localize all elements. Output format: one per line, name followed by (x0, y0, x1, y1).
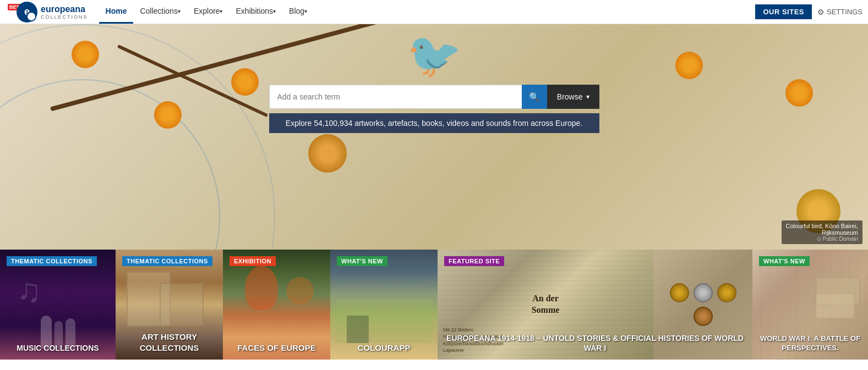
hero-section: 🐦 🔍 Browse ▾ Explore 54,100,934 artworks… (0, 24, 868, 250)
tile-colourapp[interactable]: WHAT'S NEW COLOURAPP (330, 250, 438, 360)
tile-ww1-perspectives[interactable]: WHAT'S NEW WORLD WAR I: A BATTLE OF PERS… (752, 250, 868, 360)
gear-icon (817, 8, 825, 16)
bird-icon: 🐦 (407, 30, 462, 81)
search-button[interactable]: 🔍 (522, 85, 547, 109)
tile-title-faces: FACES OF EUROPE (230, 343, 324, 354)
tile-title-colour: COLOURAPP (337, 343, 431, 354)
tile-badge-art: THEMATIC COLLECTIONS (122, 256, 212, 266)
tile-overlay-world: WHAT'S NEW WORLD WAR I: A BATTLE OF PERS… (752, 250, 868, 360)
browse-button[interactable]: Browse ▾ (547, 85, 599, 109)
navbar: BETA e europeana collections Home Collec… (0, 0, 868, 24)
hero-caption: Colourful bird, Kōno Bairei, Rijksmuseum… (782, 220, 862, 244)
tile-overlay-music: THEMATIC COLLECTIONS MUSIC COLLECTIONS (0, 250, 116, 360)
logo-icon: e (17, 2, 37, 23)
brand: BETA e europeana collections (6, 2, 88, 23)
tile-title-music: MUSIC COLLECTIONS (7, 343, 109, 353)
tile-overlay-ww1: FEATURED SITE EUROPEANA 1914-1918 – UNTO… (438, 250, 752, 360)
flower-decoration-6 (785, 79, 813, 107)
tile-overlay-colour: WHAT'S NEW COLOURAPP (330, 250, 438, 360)
tile-music-collections[interactable]: ♫ THEMATIC COLLECTIONS MUSIC COLLECTIONS (0, 250, 116, 360)
nav-exhibitions[interactable]: Exhibitions (229, 0, 282, 24)
nav-explore[interactable]: Explore (187, 0, 229, 24)
flower-decoration-1 (72, 41, 99, 68)
flower-decoration-5 (675, 52, 703, 79)
search-row: 🔍 Browse ▾ (269, 85, 599, 109)
tile-art-history[interactable]: THEMATIC COLLECTIONS ART HISTORY COLLECT… (116, 250, 223, 360)
nav-blog[interactable]: Blog (282, 0, 314, 24)
tile-ww1[interactable]: An derSomme Mit 22 BildernHerausgegeben … (438, 250, 752, 360)
tiles-section: ♫ THEMATIC COLLECTIONS MUSIC COLLECTIONS… (0, 250, 868, 360)
search-container: 🔍 Browse ▾ Explore 54,100,934 artworks, … (269, 85, 599, 133)
settings-button[interactable]: SETTINGS (817, 8, 862, 16)
tile-badge-world: WHAT'S NEW (759, 256, 810, 266)
tile-badge-faces: EXHIBITION (230, 256, 276, 266)
navbar-right: OUR SITES SETTINGS (755, 4, 862, 19)
tile-overlay-art: THEMATIC COLLECTIONS ART HISTORY COLLECT… (116, 250, 223, 360)
nav-collections[interactable]: Collections (133, 0, 187, 24)
browse-arrow-icon: ▾ (586, 93, 589, 101)
tile-badge-music: THEMATIC COLLECTIONS (7, 256, 97, 266)
flower-decoration-4 (308, 134, 347, 173)
tile-title-ww1: EUROPEANA 1914-1918 – UNTOLD STORIES & O… (444, 333, 746, 353)
tile-title-art: ART HISTORY COLLECTIONS (122, 332, 216, 353)
tile-badge-ww1: FEATURED SITE (444, 256, 504, 266)
nav-home[interactable]: Home (99, 0, 134, 24)
tile-badge-colour: WHAT'S NEW (337, 256, 387, 266)
tile-faces-europe[interactable]: EXHIBITION FACES OF EUROPE (223, 250, 330, 360)
explore-text: Explore 54,100,934 artworks, artefacts, … (269, 113, 599, 133)
tile-title-world: WORLD WAR I: A BATTLE OF PERSPECTIVES. (759, 334, 861, 353)
tile-overlay-faces: EXHIBITION FACES OF EUROPE (223, 250, 330, 360)
brand-name: europeana collections (41, 4, 88, 20)
search-input[interactable] (269, 85, 522, 109)
flower-decoration-3 (231, 68, 259, 96)
flower-decoration-2 (154, 101, 182, 129)
our-sites-button[interactable]: OUR SITES (755, 4, 812, 19)
nav-links: Home Collections Explore Exhibitions Blo… (99, 0, 314, 24)
search-icon: 🔍 (529, 92, 540, 102)
